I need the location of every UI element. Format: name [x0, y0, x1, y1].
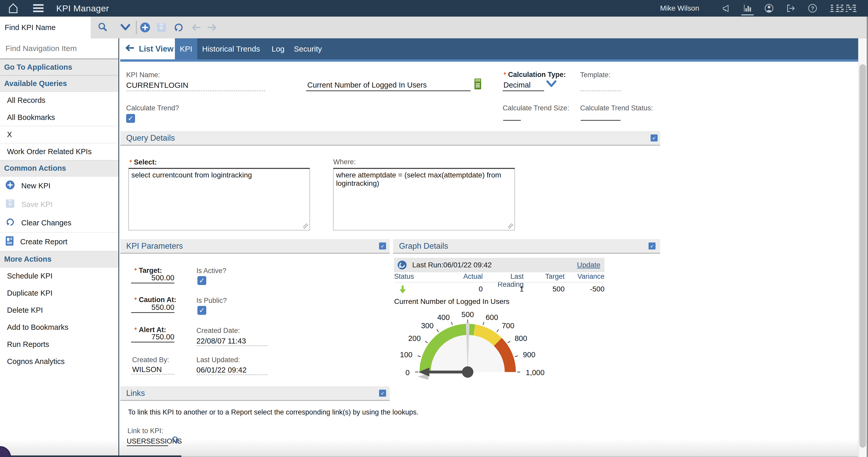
- ibm-logo: IBM: [829, 3, 858, 14]
- svg-text:500: 500: [462, 310, 474, 319]
- find-kpi-input[interactable]: [0, 17, 91, 38]
- kpi-parameters-collapse-icon[interactable]: ↙: [379, 243, 386, 249]
- last-run-text: Last Run:06/01/22 09:42: [412, 261, 492, 269]
- create-report-action[interactable]: Create Report: [0, 233, 118, 251]
- user-name[interactable]: Mike Wilson: [660, 4, 699, 12]
- links-collapse-icon[interactable]: ↙: [379, 390, 386, 397]
- tab-bar: List View KPI Historical Trends Log Secu…: [120, 38, 858, 59]
- new-record-icon[interactable]: [140, 17, 151, 38]
- svg-text:200: 200: [408, 334, 421, 342]
- sidebar-header-go-to[interactable]: Go To Applications: [0, 59, 118, 75]
- is-active-label: Is Active?: [196, 267, 226, 275]
- sidebar-item-x[interactable]: X: [0, 126, 118, 143]
- tab-security[interactable]: Security: [294, 38, 322, 59]
- svg-text:900: 900: [523, 351, 535, 359]
- actual-value: 0: [452, 285, 483, 295]
- sidebar-item-delete-kpi[interactable]: Delete KPI: [0, 302, 118, 319]
- sidebar-item-schedule-kpi[interactable]: Schedule KPI: [0, 267, 118, 284]
- link-to-kpi-label: Link to KPI:: [127, 427, 163, 435]
- last-updated-underline: [196, 366, 268, 375]
- query-details-header: Query Details: [120, 131, 660, 146]
- navigation-sidebar: Go To Applications Available Queries All…: [0, 38, 119, 457]
- graph-table-row: 0 1 500 -500: [394, 285, 604, 295]
- variance-value: -500: [565, 285, 604, 295]
- target-cell-value: 500: [524, 285, 565, 295]
- target-underline: [131, 274, 175, 283]
- toolbar-divider: [136, 21, 136, 34]
- save-kpi-action[interactable]: Save KPI: [0, 195, 118, 214]
- kpi-name-label: KPI Name:: [126, 71, 160, 79]
- reports-chart-icon[interactable]: [743, 4, 752, 13]
- tab-log[interactable]: Log: [272, 38, 284, 59]
- svg-text:700: 700: [502, 322, 514, 330]
- logout-icon[interactable]: [786, 3, 796, 13]
- calculate-trend-size-underline[interactable]: [503, 112, 521, 121]
- svg-text:300: 300: [421, 322, 433, 330]
- sidebar-item-cognos-analytics[interactable]: Cognos Analytics: [0, 353, 118, 370]
- window-right-edge: [867, 17, 868, 457]
- long-description-icon[interactable]: [474, 78, 482, 91]
- tab-kpi[interactable]: KPI: [175, 38, 197, 59]
- sidebar-item-work-order-kpis[interactable]: Work Order Related KPIs: [0, 143, 118, 160]
- calculation-type-underline: [503, 81, 544, 91]
- calculate-trend-checkbox[interactable]: ✓: [126, 114, 135, 123]
- new-kpi-action[interactable]: New KPI: [0, 176, 118, 195]
- caution-at-label: Caution At:: [133, 296, 176, 304]
- where-textarea[interactable]: where attemptdate = (select max(attemptd…: [333, 168, 515, 230]
- update-link[interactable]: Update: [577, 261, 600, 269]
- next-record-icon[interactable]: [206, 17, 218, 38]
- undo-icon[interactable]: [173, 17, 184, 38]
- created-date-underline: [196, 337, 268, 346]
- announcement-icon[interactable]: [722, 4, 731, 13]
- refresh-kpi-icon[interactable]: [397, 260, 407, 270]
- status-down-arrow-icon: [394, 285, 452, 295]
- back-to-list-view[interactable]: List View: [125, 38, 174, 59]
- graph-details-header: Graph Details: [393, 239, 660, 254]
- sidebar-item-add-to-bookmarks[interactable]: Add to Bookmarks: [0, 319, 118, 336]
- sidebar-bottom-strip: [0, 455, 181, 457]
- profile-icon[interactable]: [764, 3, 774, 13]
- sidebar-header-available-queries[interactable]: Available Queries: [0, 75, 118, 92]
- select-textarea[interactable]: select currentcount from logintracking: [128, 168, 310, 230]
- search-icon[interactable]: [97, 17, 109, 38]
- links-instruction: To link this KPI to another or to a Repo…: [128, 408, 418, 416]
- sidebar-item-all-records[interactable]: All Records: [0, 92, 118, 109]
- sidebar-item-run-reports[interactable]: Run Reports: [0, 336, 118, 353]
- tab-bar-accent-strip: [120, 59, 858, 62]
- where-label: Where:: [333, 158, 356, 166]
- sidebar-item-all-bookmarks[interactable]: All Bookmarks: [0, 109, 118, 126]
- template-label: Template:: [580, 71, 611, 79]
- query-details-collapse-icon[interactable]: ↙: [651, 134, 658, 142]
- last-updated-label: Last Updated:: [196, 356, 240, 364]
- help-icon[interactable]: ?: [808, 3, 817, 13]
- calculation-type-chevron-icon[interactable]: [546, 80, 557, 89]
- sidebar-header-common-actions[interactable]: Common Actions: [0, 160, 118, 176]
- sidebar-header-more-actions[interactable]: More Actions: [0, 251, 118, 267]
- calculate-trend-status-underline[interactable]: [581, 112, 621, 121]
- tab-historical-trends[interactable]: Historical Trends: [202, 38, 260, 59]
- find-navigation-input[interactable]: [0, 38, 118, 59]
- vertical-scrollbar[interactable]: [858, 38, 867, 457]
- graph-details-collapse-icon[interactable]: ↙: [649, 243, 655, 249]
- where-resize-grip[interactable]: [508, 223, 513, 229]
- template-underline[interactable]: [580, 82, 621, 91]
- scrollbar-thumb[interactable]: [860, 64, 866, 448]
- is-public-checkbox[interactable]: ✓: [197, 306, 206, 315]
- sidebar-item-duplicate-kpi[interactable]: Duplicate KPI: [0, 284, 118, 302]
- is-active-checkbox[interactable]: ✓: [197, 276, 206, 285]
- top-bar: KPI Manager Mike Wilson ? IBM: [0, 0, 868, 17]
- select-resize-grip[interactable]: [303, 223, 308, 229]
- hamburger-menu-icon[interactable]: [32, 3, 44, 13]
- svg-text:0: 0: [405, 368, 410, 377]
- previous-record-icon[interactable]: [191, 17, 202, 38]
- created-by-underline: [131, 365, 175, 375]
- chevron-down-icon[interactable]: [120, 17, 131, 38]
- clear-changes-action[interactable]: Clear Changes: [0, 214, 118, 233]
- save-icon-disabled[interactable]: [155, 17, 167, 38]
- home-icon[interactable]: [7, 3, 19, 14]
- save-icon: [5, 199, 15, 210]
- arrow-left-icon: [125, 44, 135, 54]
- alert-underline: [131, 333, 175, 342]
- kpi-description-underline: [306, 81, 470, 91]
- created-by-label: Created By:: [132, 356, 169, 364]
